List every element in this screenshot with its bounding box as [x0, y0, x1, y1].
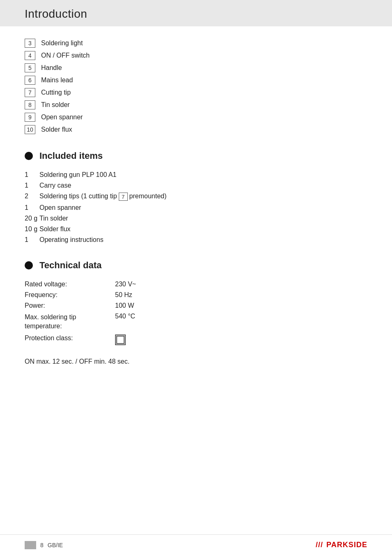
- item-label-8: Tin solder: [41, 101, 70, 109]
- footer-page-info: 8 GB/IE: [25, 541, 63, 549]
- item-text-before: Soldering tips (1 cutting tip: [39, 193, 117, 200]
- item-label-6: Mains lead: [41, 77, 73, 84]
- tech-value-protection-icon: [115, 334, 126, 346]
- item-number-5: 5: [25, 63, 35, 72]
- tech-label: Max. soldering tiptemperature:: [25, 313, 115, 331]
- tech-row-temp: Max. soldering tiptemperature: 540 °C: [25, 313, 367, 331]
- tech-label: Rated voltage:: [25, 281, 115, 288]
- item-number-3: 3: [25, 39, 35, 48]
- list-item: 1 Operating instructions: [25, 236, 367, 244]
- tech-row-frequency: Frequency: 50 Hz: [25, 291, 367, 299]
- technical-data-section: Technical data Rated voltage: 230 V~ Fre…: [25, 260, 367, 365]
- main-content: 3 Soldering light 4 ON / OFF switch 5 Ha…: [0, 39, 392, 365]
- item-text: Carry case: [39, 182, 71, 189]
- section-bullet-icon: [25, 261, 33, 269]
- tech-row-power: Power: 100 W: [25, 302, 367, 309]
- item-qty: 1: [25, 236, 39, 244]
- tech-value: 540 °C: [115, 313, 135, 320]
- inline-badge-7: 7: [119, 193, 128, 201]
- item-text-after: premounted): [129, 193, 167, 200]
- footer-locale: GB/IE: [48, 542, 63, 548]
- item-number-4: 4: [25, 51, 35, 60]
- page-header: Introduction: [0, 0, 392, 26]
- tech-label: Frequency:: [25, 291, 115, 299]
- tech-row-protection: Protection class:: [25, 334, 367, 346]
- list-item: 5 Handle: [25, 63, 367, 72]
- tech-value: 230 V~: [115, 281, 136, 288]
- list-item: 8 Tin solder: [25, 100, 367, 109]
- list-item: 9 Open spanner: [25, 113, 367, 122]
- item-label-3: Soldering light: [41, 39, 83, 47]
- page-number-box: [25, 541, 36, 549]
- item-number-9: 9: [25, 113, 35, 122]
- included-items-title: Included items: [39, 151, 103, 161]
- list-item: 1 Soldering gun PLP 100 A1: [25, 171, 367, 179]
- item-qty: 1: [25, 171, 39, 179]
- list-item: 1 Carry case: [25, 182, 367, 189]
- tech-value: 50 Hz: [115, 291, 132, 299]
- included-list: 1 Soldering gun PLP 100 A1 1 Carry case …: [25, 171, 367, 244]
- item-label-10: Solder flux: [41, 126, 72, 133]
- included-items-heading: Included items: [25, 151, 367, 161]
- list-item: 7 Cutting tip: [25, 88, 367, 97]
- item-qty: 2: [25, 193, 39, 200]
- list-item: 10 g Solder flux: [25, 225, 367, 233]
- item-number-8: 8: [25, 100, 35, 109]
- item-label-4: ON / OFF switch: [41, 52, 90, 59]
- included-items-section: Included items 1 Soldering gun PLP 100 A…: [25, 151, 367, 244]
- brand-name: PARKSIDE: [326, 541, 367, 549]
- item-text: Soldering gun PLP 100 A1: [39, 171, 116, 179]
- list-item: 3 Soldering light: [25, 39, 367, 48]
- page: Introduction 3 Soldering light 4 ON / OF…: [0, 0, 392, 555]
- section-bullet-icon: [25, 152, 33, 160]
- item-text: Tin solder: [39, 215, 68, 222]
- page-footer: 8 GB/IE /// PARKSIDE: [0, 534, 392, 555]
- item-label-7: Cutting tip: [41, 89, 71, 96]
- item-label-9: Open spanner: [41, 114, 83, 121]
- item-text: Operating instructions: [39, 236, 104, 244]
- item-text: Open spanner: [39, 204, 81, 211]
- item-label-5: Handle: [41, 64, 62, 72]
- item-text: Solder flux: [39, 225, 71, 233]
- list-item: 20 g Tin solder: [25, 215, 367, 222]
- technical-data-heading: Technical data: [25, 260, 367, 271]
- item-qty: 10 g: [25, 225, 39, 233]
- item-qty: 1: [25, 182, 39, 189]
- protection-class-icon: [115, 334, 126, 345]
- item-text: Soldering tips (1 cutting tip7premounted…: [39, 193, 166, 201]
- item-number-7: 7: [25, 88, 35, 97]
- technical-data-title: Technical data: [39, 260, 101, 271]
- brand-logo: /// PARKSIDE: [316, 541, 367, 549]
- tech-value: 100 W: [115, 302, 134, 309]
- page-title: Introduction: [25, 7, 367, 21]
- tech-label: Protection class:: [25, 334, 115, 342]
- item-qty: 1: [25, 204, 39, 211]
- list-item: 6 Mains lead: [25, 76, 367, 85]
- item-number-10: 10: [25, 125, 35, 134]
- brand-slashes: ///: [316, 541, 325, 549]
- numbered-list: 3 Soldering light 4 ON / OFF switch 5 Ha…: [25, 39, 367, 134]
- on-off-note: ON max. 12 sec. / OFF min. 48 sec.: [25, 358, 367, 365]
- page-number: 8: [40, 542, 44, 548]
- list-item: 1 Open spanner: [25, 204, 367, 211]
- list-item: 10 Solder flux: [25, 125, 367, 134]
- tech-row-voltage: Rated voltage: 230 V~: [25, 281, 367, 288]
- tech-label: Power:: [25, 302, 115, 309]
- item-qty: 20 g: [25, 215, 39, 222]
- list-item: 4 ON / OFF switch: [25, 51, 367, 60]
- tech-table: Rated voltage: 230 V~ Frequency: 50 Hz P…: [25, 281, 367, 346]
- item-number-6: 6: [25, 76, 35, 85]
- list-item: 2 Soldering tips (1 cutting tip7premount…: [25, 193, 367, 201]
